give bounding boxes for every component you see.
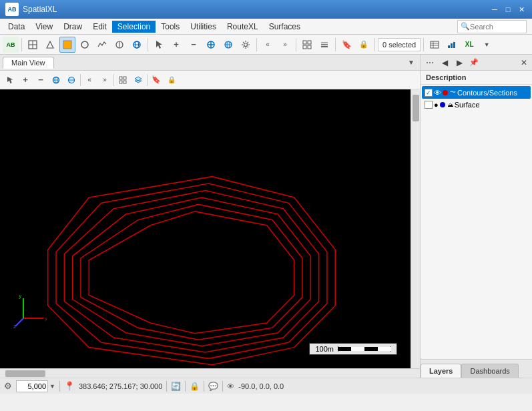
vt-left[interactable]: « bbox=[82, 73, 97, 87]
contours-svg bbox=[0, 89, 411, 368]
svg-point-14 bbox=[244, 43, 248, 46]
menu-surfaces[interactable]: Surfaces bbox=[264, 21, 306, 33]
menu-selection[interactable]: Selection bbox=[112, 21, 156, 33]
menu-routexl[interactable]: RouteXL bbox=[222, 21, 264, 33]
minimize-button[interactable]: ─ bbox=[489, 4, 500, 15]
toolbar-btn-1[interactable] bbox=[25, 37, 41, 53]
panel-tab-dashboards[interactable]: Dashboards bbox=[461, 364, 518, 378]
status-sep-2 bbox=[166, 381, 167, 392]
toolbar-bookmark[interactable]: 🔖 bbox=[338, 37, 354, 53]
close-button[interactable]: ✕ bbox=[516, 4, 527, 15]
svg-rect-34 bbox=[119, 77, 122, 79]
status-sep-4 bbox=[204, 381, 204, 392]
status-lock-icon: 🔒 bbox=[190, 382, 200, 391]
vt-grid[interactable] bbox=[115, 73, 130, 87]
toolbar-sep-6 bbox=[374, 38, 375, 51]
vt-layers[interactable] bbox=[131, 73, 146, 87]
svg-rect-19 bbox=[321, 42, 328, 43]
vt-globe-fly[interactable] bbox=[64, 73, 79, 87]
vt-right[interactable]: » bbox=[97, 73, 112, 87]
panel-tab-layers[interactable]: Layers bbox=[421, 364, 461, 378]
zoom-input[interactable] bbox=[16, 380, 48, 392]
toolbar-globe2[interactable] bbox=[220, 37, 236, 53]
toolbar-lock[interactable]: 🔒 bbox=[356, 37, 372, 53]
layer-checkbox-surface[interactable] bbox=[425, 101, 433, 109]
view-tab-arrow[interactable]: ▼ bbox=[405, 57, 417, 67]
panel-menu-btn[interactable]: ⋯ bbox=[423, 56, 437, 69]
toolbar-pan[interactable] bbox=[203, 37, 219, 53]
toolbar-chart[interactable] bbox=[444, 37, 460, 53]
vt-zoom-out[interactable]: − bbox=[33, 73, 48, 87]
svg-text:y: y bbox=[19, 295, 22, 299]
svg-marker-42 bbox=[64, 191, 318, 352]
toolbar-zoom-in[interactable]: + bbox=[168, 37, 184, 53]
toolbar-table[interactable] bbox=[427, 37, 443, 53]
window-controls: ─ □ ✕ bbox=[489, 4, 527, 15]
menu-view[interactable]: View bbox=[30, 21, 58, 33]
maximize-button[interactable]: □ bbox=[503, 4, 513, 15]
menu-data[interactable]: Data bbox=[3, 21, 30, 33]
layer-list: ✓ 👁 〜 Contours/Sections ● ⛰ Surface bbox=[421, 85, 532, 359]
menu-edit[interactable]: Edit bbox=[87, 21, 112, 33]
selection-count: 0 selected bbox=[378, 38, 421, 51]
menu-utilities[interactable]: Utilities bbox=[185, 21, 222, 33]
layer-checkbox-contours[interactable]: ✓ bbox=[425, 89, 433, 97]
svg-rect-37 bbox=[123, 81, 126, 83]
layer-color-surface bbox=[440, 102, 445, 107]
title-bar: AB SpatialXL ─ □ ✕ bbox=[0, 0, 532, 19]
status-coord-icon: 📍 bbox=[64, 381, 75, 391]
toolbar-export[interactable]: XL bbox=[461, 37, 477, 53]
toolbar-btn-globe[interactable] bbox=[129, 37, 145, 53]
panel-forward-btn[interactable]: ▶ bbox=[453, 56, 466, 69]
toolbar-right-arrows[interactable]: » bbox=[277, 37, 293, 53]
map-canvas[interactable]: x y z 100m bbox=[0, 89, 411, 368]
vertical-scrollbar-thumb[interactable] bbox=[413, 95, 419, 121]
layer-type-surface: ⛰ bbox=[447, 101, 453, 108]
vt-lock[interactable]: 🔒 bbox=[164, 73, 179, 87]
main-view-tab[interactable]: Main View bbox=[3, 57, 54, 69]
menu-tools[interactable]: Tools bbox=[156, 21, 185, 33]
toolbar-sep-1 bbox=[21, 38, 22, 51]
vt-sep-1 bbox=[80, 74, 81, 86]
zoom-dropdown-icon[interactable]: ▼ bbox=[49, 383, 55, 390]
toolbar-btn-2[interactable] bbox=[42, 37, 58, 53]
panel-close-btn[interactable]: ✕ bbox=[519, 57, 529, 68]
toolbar-dropdown[interactable]: ▼ bbox=[479, 37, 495, 53]
vt-globe[interactable] bbox=[49, 73, 63, 87]
toolbar-settings[interactable] bbox=[238, 37, 254, 53]
layer-eye-icon-contours: 👁 bbox=[434, 89, 441, 97]
vt-bookmark[interactable]: 🔖 bbox=[149, 73, 164, 87]
vt-zoom-in[interactable]: + bbox=[18, 73, 33, 87]
toolbar-btn-5[interactable] bbox=[94, 37, 110, 53]
panel-back-btn[interactable]: ◀ bbox=[438, 56, 451, 69]
svg-rect-18 bbox=[308, 45, 311, 49]
svg-rect-56 bbox=[351, 347, 364, 351]
toolbar-left-arrows[interactable]: « bbox=[260, 37, 276, 53]
toolbar-zoom-out[interactable]: − bbox=[186, 37, 202, 53]
svg-rect-3 bbox=[63, 41, 71, 49]
menu-draw[interactable]: Draw bbox=[58, 21, 87, 33]
toolbar-btn-4[interactable] bbox=[77, 37, 93, 53]
vt-arrow[interactable] bbox=[3, 73, 17, 87]
svg-rect-26 bbox=[448, 45, 450, 48]
panel-pin-btn[interactable]: 📌 bbox=[467, 56, 481, 69]
toolbar-select-arrow[interactable] bbox=[151, 37, 167, 53]
svg-rect-20 bbox=[321, 44, 328, 45]
status-zoom-control: ▼ bbox=[16, 380, 55, 392]
toolbar-ab-icon[interactable]: AB bbox=[3, 37, 19, 53]
toolbar-btn-3[interactable] bbox=[59, 37, 75, 53]
layer-item-contours[interactable]: ✓ 👁 〜 Contours/Sections bbox=[422, 86, 531, 99]
toolbar-sep-5 bbox=[335, 38, 336, 51]
toolbar-btn-6[interactable] bbox=[111, 37, 127, 53]
vertical-scrollbar[interactable] bbox=[411, 89, 420, 368]
search-input[interactable] bbox=[470, 23, 523, 31]
toolbar-layers-icon[interactable] bbox=[316, 37, 332, 53]
toolbar-grid[interactable] bbox=[299, 37, 315, 53]
status-settings-icon[interactable]: ⚙ bbox=[4, 381, 12, 391]
status-sep-5 bbox=[222, 381, 223, 392]
layer-item-surface[interactable]: ● ⛰ Surface bbox=[422, 99, 531, 111]
toolbar-sep-4 bbox=[296, 38, 296, 51]
layer-type-contours: 〜 bbox=[450, 88, 456, 97]
horizontal-scrollbar[interactable] bbox=[0, 368, 420, 378]
horizontal-scrollbar-thumb[interactable] bbox=[5, 370, 45, 377]
